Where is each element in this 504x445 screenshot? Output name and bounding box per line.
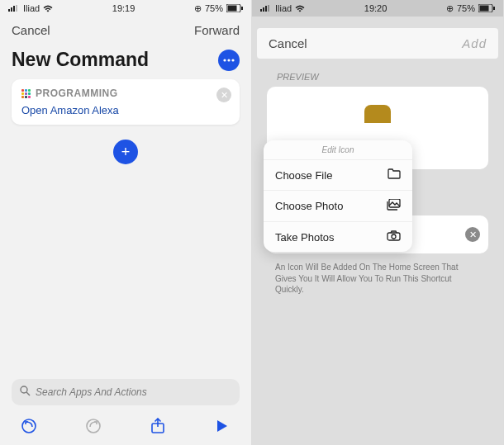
action-card: ✕ PROGRAMMING Open Amazon Alexa <box>12 79 240 125</box>
battery-pct: 75% <box>205 3 223 13</box>
forward-button[interactable]: Forward <box>194 23 240 37</box>
cancel-button[interactable]: Cancel <box>12 23 50 37</box>
more-button[interactable] <box>218 50 240 71</box>
status-left: Iliad <box>260 3 305 13</box>
svg-line-11 <box>26 392 30 395</box>
search-placeholder: Search Apps And Actions <box>36 386 147 398</box>
remove-action-button[interactable]: ✕ <box>216 88 231 102</box>
svg-rect-3 <box>16 5 17 12</box>
svg-point-25 <box>392 234 396 239</box>
svg-rect-18 <box>265 6 267 12</box>
svg-rect-23 <box>389 199 400 207</box>
wifi-icon <box>43 5 53 12</box>
svg-point-9 <box>231 59 234 61</box>
svg-rect-19 <box>268 5 269 12</box>
svg-rect-6 <box>241 7 243 10</box>
svg-rect-21 <box>480 6 489 12</box>
choose-file-item[interactable]: Choose File <box>264 159 412 190</box>
orientation-lock-icon: ⊕ <box>194 3 202 14</box>
status-bar: Iliad 19:19 ⊕ 75% <box>0 0 251 17</box>
svg-point-7 <box>223 59 226 61</box>
signal-icon <box>8 5 20 12</box>
svg-rect-16 <box>260 9 262 12</box>
title-row: New Command <box>0 44 251 79</box>
preview-label: PREVIEW <box>277 72 503 82</box>
status-time: 19:20 <box>364 3 388 13</box>
phone2-body: Cancel Add PREVIEW Edit Icon Choose File… <box>252 17 503 445</box>
photo-stack-icon <box>387 199 401 213</box>
battery-pct: 75% <box>457 3 475 13</box>
svg-rect-22 <box>493 7 495 10</box>
svg-rect-1 <box>11 7 12 12</box>
redo-button[interactable] <box>84 417 102 435</box>
nav-bar: Cancel Add <box>257 28 498 59</box>
orientation-lock-icon: ⊕ <box>446 3 454 14</box>
phone-right: Iliad 19:20 ⊕ 75% Cancel Add PREVIEW Edi… <box>252 0 504 445</box>
bottom-toolbar <box>0 410 251 445</box>
svg-rect-2 <box>13 6 15 12</box>
choose-photo-label: Choose Photo <box>275 200 343 212</box>
svg-rect-17 <box>263 7 264 12</box>
cancel-button[interactable]: Cancel <box>269 36 307 50</box>
app-icon-preview <box>364 105 391 123</box>
status-left: Iliad <box>8 3 53 13</box>
status-bar: Iliad 19:20 ⊕ 75% <box>252 0 503 17</box>
edit-icon-popup: Edit Icon Choose File Choose Photo Take … <box>264 140 412 252</box>
camera-icon <box>387 230 401 244</box>
card-category: PROGRAMMING <box>36 88 118 99</box>
helper-text: An Icon Will Be Added On The Home Screen… <box>275 262 480 296</box>
svg-rect-0 <box>8 9 10 12</box>
carrier-label: Iliad <box>23 3 40 13</box>
svg-rect-5 <box>228 6 237 12</box>
clear-name-button[interactable]: ✕ <box>465 227 480 242</box>
take-photo-item[interactable]: Take Photos <box>264 221 412 252</box>
svg-point-12 <box>22 419 36 433</box>
share-button[interactable] <box>149 417 167 435</box>
svg-point-8 <box>227 59 230 61</box>
undo-button[interactable] <box>20 417 38 435</box>
phone-left: Iliad 19:19 ⊕ 75% Cancel Forward New Com… <box>0 0 252 445</box>
nav-bar: Cancel Forward <box>0 17 251 44</box>
page-title[interactable]: New Command <box>12 49 149 71</box>
folder-icon <box>388 168 401 182</box>
signal-icon <box>260 5 272 12</box>
play-button[interactable] <box>213 417 231 435</box>
search-icon <box>20 386 31 399</box>
add-action-button[interactable]: + <box>113 140 138 164</box>
status-time: 19:19 <box>112 3 136 13</box>
svg-point-10 <box>21 386 27 393</box>
spacer <box>0 179 251 379</box>
add-button[interactable]: Add <box>462 36 487 50</box>
battery-icon <box>478 4 495 12</box>
status-right: ⊕ 75% <box>194 3 243 14</box>
status-right: ⊕ 75% <box>446 3 495 14</box>
take-photo-label: Take Photos <box>275 231 335 244</box>
card-action-text[interactable]: Open Amazon Alexa <box>21 104 230 116</box>
choose-file-label: Choose File <box>275 169 332 182</box>
choose-photo-item[interactable]: Choose Photo <box>264 190 412 221</box>
app-grid-icon <box>21 89 31 98</box>
battery-icon <box>226 4 243 12</box>
popup-title: Edit Icon <box>264 140 412 159</box>
carrier-label: Iliad <box>275 3 292 13</box>
search-bar[interactable]: Search Apps And Actions <box>12 379 240 405</box>
card-header: PROGRAMMING <box>21 88 230 99</box>
svg-point-13 <box>87 419 100 433</box>
wifi-icon <box>295 5 305 12</box>
